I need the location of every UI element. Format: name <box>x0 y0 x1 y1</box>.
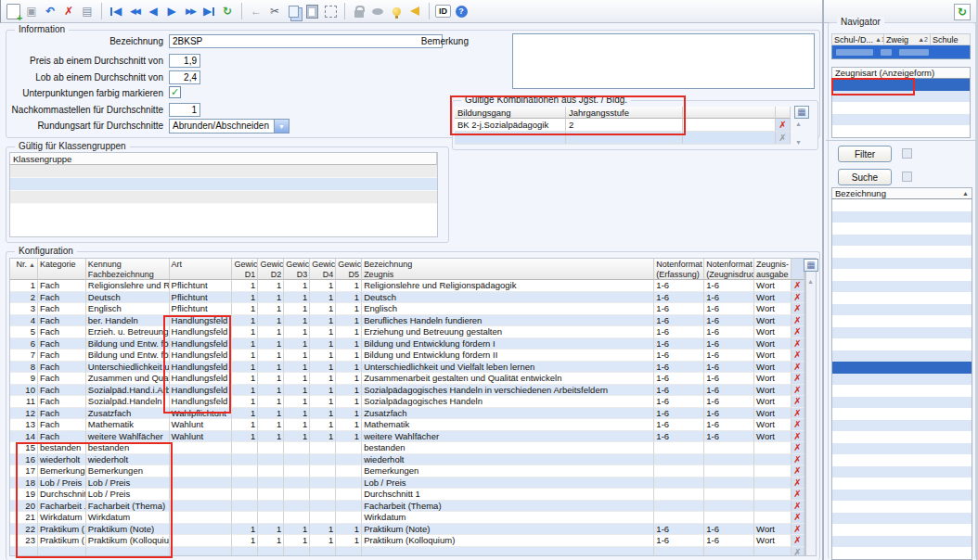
delete-row-icon[interactable]: ✗ <box>793 547 801 557</box>
scroll-up-icon[interactable]: ▲ <box>807 278 814 285</box>
gewicht-d5-cell[interactable] <box>336 512 362 524</box>
notenformat-erfassung-cell[interactable]: 1-6 <box>654 535 704 547</box>
jahrgangsstufe-cell[interactable]: 2 <box>566 119 683 131</box>
gewicht-d3-cell[interactable]: 1 <box>284 431 310 443</box>
gewicht-d3-cell[interactable]: 1 <box>284 373 310 385</box>
gewicht-d4-cell[interactable] <box>310 442 336 454</box>
gewicht-d3-cell[interactable] <box>284 465 310 477</box>
nr-cell[interactable]: 20 <box>10 501 38 513</box>
kategorie-cell[interactable]: Fach <box>38 338 86 350</box>
notenformat-erfassung-cell[interactable]: 1-6 <box>654 524 704 536</box>
kennung-cell[interactable]: Unterschiedlichkeit und Vi... <box>86 362 170 374</box>
bezeichnung-item[interactable] <box>832 304 972 316</box>
bezeichnung-item[interactable] <box>832 454 972 466</box>
bezeichnung-item[interactable] <box>832 315 972 327</box>
gewicht-d5-cell[interactable] <box>336 465 362 477</box>
zeugnisausgabe-cell[interactable]: Wort <box>754 280 791 292</box>
gewicht-d2-cell[interactable] <box>258 477 284 490</box>
konfiguration-scrollbar[interactable] <box>805 258 817 556</box>
gewicht-d5-cell[interactable] <box>336 489 362 501</box>
config-row[interactable]: 22 Praktikum (... Praktikum (Note) 1 1 1… <box>10 524 804 536</box>
gewicht-d2-cell[interactable] <box>258 442 284 454</box>
column-header[interactable]: Art <box>170 259 233 280</box>
delete-cell[interactable]: ✗ <box>791 385 804 397</box>
kennung-cell[interactable]: Lob / Preis <box>86 489 170 501</box>
gewicht-d5-cell[interactable] <box>336 501 362 513</box>
bezeichnung-item[interactable] <box>832 513 972 525</box>
delete-cell[interactable]: ✗ <box>791 338 804 350</box>
delete-cell[interactable]: ✗ <box>791 303 804 315</box>
privacy-icon[interactable] <box>369 3 386 19</box>
bildungsgang-cell[interactable]: BK 2-j.Sozialpädagogik <box>455 119 566 131</box>
config-row[interactable]: ✗ <box>10 547 804 557</box>
delete-cell[interactable]: ✗ <box>776 132 791 144</box>
gewicht-d2-cell[interactable]: 1 <box>258 373 284 385</box>
notenformat-zeugnisdruck-cell[interactable]: 1-6 <box>704 303 754 315</box>
config-row[interactable]: 8 Fach Unterschiedlichkeit und Vi... Han… <box>10 362 804 374</box>
notenformat-erfassung-cell[interactable]: 1-6 <box>654 280 704 292</box>
kategorie-cell[interactable]: Fach <box>38 280 86 292</box>
gewicht-d3-cell[interactable]: 1 <box>284 280 310 292</box>
bezeichnung-zeugnis-cell[interactable]: Facharbeit (Thema) <box>362 501 654 513</box>
lock-icon[interactable] <box>351 3 367 19</box>
delete-row-icon[interactable]: ✗ <box>793 338 801 349</box>
gewicht-d2-cell[interactable]: 1 <box>258 431 284 443</box>
delete-cell[interactable]: ✗ <box>791 477 804 490</box>
kombination-row[interactable]: ✗ <box>455 132 791 145</box>
gewicht-d5-cell[interactable]: 1 <box>336 362 362 374</box>
undo-icon[interactable]: ↶ <box>42 3 58 19</box>
kennung-cell[interactable]: Mathematik <box>86 419 170 431</box>
bezeichnung-zeugnis-cell[interactable]: Bildung und Entwicklung fördern II <box>362 350 654 362</box>
gewicht-d2-cell[interactable] <box>258 465 284 477</box>
klassengruppe-row[interactable] <box>10 165 437 178</box>
delete-cell[interactable]: ✗ <box>791 489 804 501</box>
kategorie-cell[interactable]: Durchschnit... <box>38 489 86 501</box>
rundungsart-dropdown[interactable]: Abrunden/Abschneiden ▼ <box>169 119 290 134</box>
nav-last-icon[interactable]: ▶ <box>200 3 217 19</box>
gewicht-d4-cell[interactable]: 1 <box>310 326 336 338</box>
nr-cell[interactable]: 2 <box>10 292 38 304</box>
kennung-cell[interactable]: Englisch <box>86 303 170 315</box>
bezeichnung-item[interactable] <box>832 477 972 490</box>
nr-cell[interactable]: 16 <box>10 454 38 466</box>
config-row[interactable]: 19 Durchschnit... Lob / Preis Durchschni… <box>10 489 804 501</box>
delete-row-icon[interactable]: ✗ <box>793 373 801 383</box>
delete-cell[interactable]: ✗ <box>791 535 804 547</box>
bezeichnung-item[interactable] <box>832 431 972 443</box>
gewicht-d3-cell[interactable]: 1 <box>284 385 310 397</box>
gewicht-d1-cell[interactable] <box>232 501 258 513</box>
klassengruppe-row[interactable] <box>10 191 437 204</box>
gewicht-d4-cell[interactable]: 1 <box>310 385 336 397</box>
nr-cell[interactable]: 8 <box>10 362 38 374</box>
col-zweig[interactable]: Zweig▲2 <box>884 33 931 45</box>
delete-cell[interactable]: ✗ <box>791 454 804 466</box>
gewicht-d5-cell[interactable]: 1 <box>336 385 362 397</box>
notenformat-zeugnisdruck-cell[interactable]: 1-6 <box>704 385 754 397</box>
bezeichnung-item[interactable] <box>832 235 972 247</box>
gewicht-d5-cell[interactable]: 1 <box>336 315 362 327</box>
art-cell[interactable]: Handlungsfeld <box>170 338 233 350</box>
kategorie-cell[interactable]: Fach <box>38 292 86 304</box>
bezeichnung-zeugnis-cell[interactable]: Unterschiedlichkeit und Vielfalt leben l… <box>362 362 654 374</box>
grid-settings-button[interactable]: ▦ <box>794 106 809 119</box>
gewicht-d1-cell[interactable] <box>232 489 258 501</box>
delete-cell[interactable]: ✗ <box>791 501 804 513</box>
zeugnisausgabe-cell[interactable] <box>754 489 791 501</box>
gewicht-d3-cell[interactable]: 1 <box>284 535 310 547</box>
gewicht-d5-cell[interactable]: 1 <box>336 303 362 315</box>
gewicht-d1-cell[interactable]: 1 <box>232 408 258 420</box>
gewicht-d5-cell[interactable]: 1 <box>336 524 362 536</box>
notenformat-zeugnisdruck-cell[interactable]: 1-6 <box>704 326 754 338</box>
bezeichnung-zeugnis-cell[interactable]: Praktikum (Note) <box>362 524 654 536</box>
notenformat-zeugnisdruck-cell[interactable] <box>704 512 754 524</box>
bezeichnung-zeugnis-cell[interactable]: Durchschnitt 1 <box>362 489 654 501</box>
bezeichnung-zeugnis-cell[interactable]: Sozialpädagogisches Handeln in verschied… <box>362 385 654 397</box>
notenformat-erfassung-cell[interactable]: 1-6 <box>654 326 704 338</box>
gewicht-d1-cell[interactable]: 1 <box>232 535 258 547</box>
sound-icon[interactable] <box>406 3 423 19</box>
notenformat-erfassung-cell[interactable] <box>654 489 704 501</box>
nr-cell[interactable]: 3 <box>10 303 38 315</box>
kategorie-cell[interactable]: Fach <box>38 315 86 327</box>
gewicht-d1-cell[interactable]: 1 <box>232 303 258 315</box>
notenformat-zeugnisdruck-cell[interactable]: 1-6 <box>704 535 754 547</box>
